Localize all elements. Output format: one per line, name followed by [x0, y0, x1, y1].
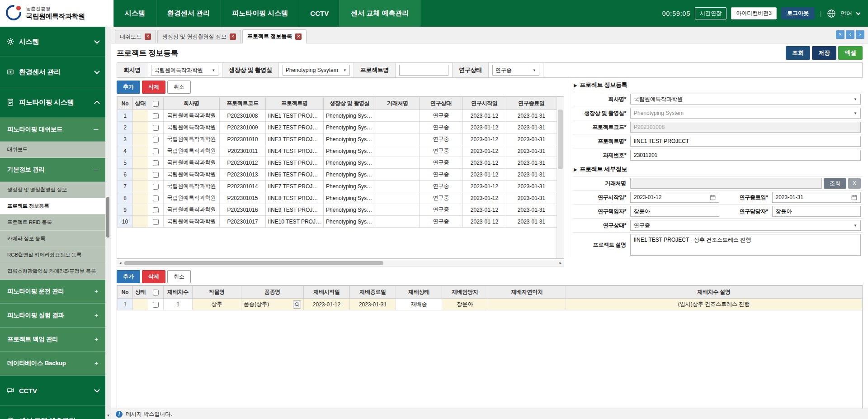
language-label[interactable]: 언어 [840, 10, 852, 18]
start-date-input[interactable]: 2023-01-12 [630, 192, 719, 203]
row-checkbox[interactable] [153, 137, 159, 143]
table-row[interactable]: 9국립원예특작과학원P202301016lINE9 TEST PROJECTPh… [118, 204, 557, 216]
extend-time-button[interactable]: 시간연장 [695, 7, 726, 19]
sidebar-item-leaf[interactable]: 생장상 및 영상촬영실 정보 [0, 182, 105, 198]
chamber-select[interactable]: Phenotyping System▼ [630, 108, 861, 119]
scrollbar-thumb[interactable] [124, 261, 383, 265]
sidebar-group[interactable]: 프로젝트 백업 관리+ [0, 328, 105, 352]
logo[interactable]: 농촌진흥청 국립원예특작과학원 [0, 0, 113, 27]
tab-close-all-button[interactable]: × [836, 30, 844, 39]
leader-input[interactable] [630, 206, 719, 217]
manager-input[interactable] [772, 206, 861, 217]
add-button[interactable]: 추가 [117, 270, 140, 283]
chamber-filter-select[interactable]: Phenotyping Sysytem▼ [283, 65, 350, 76]
tab[interactable]: 대쉬보드× [115, 30, 156, 43]
table-row[interactable]: 1국립원예특작과학원P202301008lINE1 TEST PROJECTPh… [118, 110, 557, 122]
top-nav-item[interactable]: 센서 교체 예측관리 [340, 0, 420, 27]
chevron-down-icon[interactable] [856, 10, 861, 15]
cancel-button[interactable]: 취소 [167, 270, 191, 283]
sidebar-group[interactable]: 데이타베이스 Backup+ [0, 352, 105, 376]
project-name-filter-input[interactable] [399, 65, 448, 76]
scroll-right-arrow-icon[interactable]: ► [557, 260, 564, 266]
row-checkbox[interactable] [153, 160, 159, 166]
row-checkbox[interactable] [153, 195, 159, 201]
scrollbar-thumb[interactable] [106, 197, 109, 238]
add-button[interactable]: 추가 [117, 81, 140, 94]
calendar-icon[interactable] [851, 195, 857, 200]
grid-horizontal-scrollbar[interactable]: ◄ ► [117, 260, 564, 267]
company-filter-select[interactable]: 국립원예특작과학원▼ [151, 65, 218, 76]
status-select[interactable]: 연구중▼ [630, 220, 861, 231]
table-row[interactable]: 2국립원예특작과학원P202301009lINE2 TEST PROJECTPh… [118, 122, 557, 133]
top-nav-item[interactable]: 피노타이핑 시스템 [221, 0, 299, 27]
description-textarea[interactable]: lINE1 TEST PROJECT - 상추 건조스트레스 진행 [630, 234, 861, 256]
end-date-input[interactable]: 2023-01-31 [772, 192, 861, 203]
sidebar-group[interactable]: 피노타이핑 대쉬보드─ [0, 118, 105, 142]
sidebar-item-top[interactable]: CCTV [0, 376, 105, 406]
row-checkbox[interactable] [153, 207, 159, 213]
tab-prev-button[interactable]: ‹ [846, 30, 854, 39]
scroll-down-arrow-icon[interactable]: ▾ [105, 413, 111, 418]
row-checkbox[interactable] [153, 125, 159, 131]
sidebar-item-leaf[interactable]: 엽록소형광촬영실 카메라좌표정보 등록 [0, 263, 105, 280]
scrollbar-thumb[interactable] [558, 110, 563, 169]
tab-close-icon[interactable]: × [145, 33, 151, 40]
table-row[interactable]: 10국립원예특작과학원P202301017lINE10 TEST PROJECT… [118, 216, 557, 228]
top-nav-item[interactable]: CCTV [299, 0, 340, 27]
select-all-checkbox[interactable] [153, 101, 159, 107]
tab[interactable]: 생장상 및 영상촬영실 정보× [157, 30, 241, 43]
client-clear-button[interactable]: X [848, 178, 861, 189]
sidebar-item-leaf[interactable]: 프로젝트 RFID 등록 [0, 214, 105, 231]
calendar-icon[interactable] [710, 195, 716, 200]
tab-next-button[interactable]: › [856, 30, 864, 39]
sidebar-item-leaf[interactable]: 대쉬보드 [0, 142, 105, 158]
page-vertical-scrollbar[interactable]: ▾ [105, 27, 111, 419]
delete-button[interactable]: 삭제 [142, 270, 165, 283]
sidebar-item-leaf[interactable]: 카메라 정보 등록 [0, 231, 105, 247]
status-filter-select[interactable]: 연구중▼ [492, 65, 539, 76]
table-row[interactable]: 4국립원예특작과학원P202301011lINE4 TEST PROJECTPh… [118, 145, 557, 157]
sidebar-group[interactable]: 피노타이핑 운전 관리+ [0, 280, 105, 304]
sidebar-item-top[interactable]: 피노타이핑 시스템 [0, 87, 105, 118]
table-row[interactable]: 3국립원예특작과학원P202301010lINE3 TEST PROJECTPh… [118, 133, 557, 145]
table-row[interactable]: 6국립원예특작과학원P202301013lINE6 TEST PROJECTPh… [118, 169, 557, 181]
delete-button[interactable]: 삭제 [142, 81, 165, 94]
top-nav-item[interactable]: 환경센서 관리 [156, 0, 221, 27]
sidebar-item-top[interactable]: 시스템 [0, 27, 105, 57]
scroll-left-arrow-icon[interactable]: ◄ [117, 260, 123, 266]
row-checkbox[interactable] [153, 302, 159, 308]
account-button[interactable]: 아이티컨버전3 [731, 7, 777, 19]
row-checkbox[interactable] [153, 172, 159, 178]
table-row[interactable]: 11상추품종(상추)2023-01-122023-01-31재배중장윤아(임시)… [118, 299, 862, 310]
task-no-input[interactable] [630, 150, 861, 161]
row-checkbox[interactable] [153, 219, 159, 225]
globe-icon[interactable] [827, 9, 836, 18]
row-checkbox[interactable] [153, 184, 159, 190]
excel-button[interactable]: 엑셀 [838, 46, 863, 60]
tab-close-icon[interactable]: × [295, 33, 302, 40]
tab-close-icon[interactable]: × [230, 33, 236, 40]
row-checkbox[interactable] [153, 148, 159, 154]
search-button[interactable]: 조회 [786, 46, 810, 60]
table-row[interactable]: 8국립원예특작과학원P202301015lINE8 TEST PROJECTPh… [118, 192, 557, 204]
sidebar-item-top[interactable]: 환경센서 관리 [0, 57, 105, 87]
save-button[interactable]: 저장 [812, 46, 836, 60]
sidebar-item-leaf[interactable]: RGB촬영실 카메라좌표정보 등록 [0, 247, 105, 263]
top-nav-item[interactable]: 시스템 [113, 0, 156, 27]
sidebar-item-top[interactable]: 센서 교체 예측관리 [0, 406, 105, 419]
project-name-input[interactable] [630, 136, 861, 147]
client-search-button[interactable]: 조회 [824, 178, 846, 189]
table-row[interactable]: 5국립원예특작과학원P202301012lINE5 TEST PROJECTPh… [118, 157, 557, 169]
tab[interactable]: 프로젝트 정보등록× [242, 29, 307, 43]
sidebar-item-leaf[interactable]: 프로젝트 정보등록 [0, 198, 105, 214]
row-checkbox[interactable] [153, 113, 159, 119]
cancel-button[interactable]: 취소 [167, 81, 191, 94]
select-all-checkbox[interactable] [153, 290, 159, 295]
company-select[interactable]: 국립원예특작과학원▼ [630, 94, 861, 105]
sidebar-group[interactable]: 기본정보 관리─ [0, 158, 105, 182]
sidebar-group[interactable]: 피노타이핑 실험 결과+ [0, 304, 105, 328]
table-row[interactable]: 7국립원예특작과학원P202301014lINE7 TEST PROJECTPh… [118, 181, 557, 192]
logout-button[interactable]: 로그아웃 [781, 7, 815, 19]
grid-vertical-scrollbar[interactable] [557, 97, 564, 258]
variety-search-button[interactable] [293, 300, 301, 309]
